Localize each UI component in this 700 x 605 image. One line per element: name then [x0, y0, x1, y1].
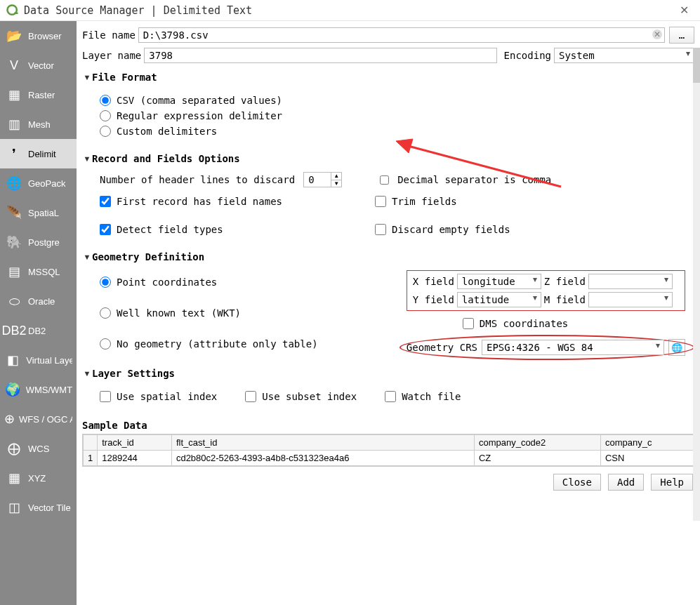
sidebar-item-label: WMS/WMTS — [26, 385, 72, 395]
globe-icon: 🌐 — [671, 343, 682, 353]
crs-select[interactable]: EPSG:4326 - WGS 84 — [482, 340, 664, 355]
sidebar-item-virtual-layer[interactable]: ◧Virtual Layer — [0, 345, 77, 375]
sidebar-item-label: Postgre — [28, 237, 60, 248]
add-button[interactable]: Add — [608, 474, 644, 491]
sidebar-item-postgre[interactable]: 🐘Postgre — [0, 227, 77, 257]
watch-file-check[interactable] — [385, 391, 396, 402]
sample-data-title: Sample Data — [82, 417, 694, 434]
dms-check[interactable] — [463, 318, 474, 329]
sidebar-item-mssql[interactable]: ▤MSSQL — [0, 257, 77, 286]
trim-check[interactable] — [375, 196, 386, 207]
discard-empty-label: Discard empty fields — [392, 224, 510, 235]
collapse-toggle-icon[interactable]: ▼ — [82, 73, 92, 81]
sidebar-item-browser[interactable]: 📂Browser — [0, 21, 77, 51]
spatial-index-check[interactable] — [100, 391, 111, 402]
custom-radio[interactable] — [100, 126, 111, 137]
nogeo-radio[interactable] — [100, 338, 111, 350]
zfield-label: Z field — [544, 276, 586, 287]
crs-picker-button[interactable]: 🌐 — [668, 339, 685, 356]
regex-radio[interactable] — [100, 110, 111, 121]
sidebar-item-label: Virtual Layer — [26, 355, 72, 366]
column-header[interactable]: track_id — [98, 435, 172, 451]
zfield-select[interactable] — [588, 274, 673, 289]
source-type-icon: 📂 — [4, 26, 24, 46]
sidebar-item-label: GeoPack — [28, 178, 65, 189]
yfield-select[interactable]: latitude — [457, 292, 541, 307]
source-type-icon: 🐘 — [4, 232, 24, 252]
source-type-icon: ⊕ — [4, 409, 15, 429]
first-record-check[interactable] — [100, 196, 111, 207]
sidebar-item-raster[interactable]: ▦Raster — [0, 80, 77, 109]
yfield-label: Y field — [413, 294, 454, 305]
discard-lines-spinner[interactable]: ▲▼ — [331, 172, 342, 187]
sidebar-item-vector[interactable]: VVector — [0, 51, 77, 80]
csv-radio[interactable] — [100, 95, 111, 106]
sample-data-table[interactable]: track_idflt_cast_idcompany_code2company_… — [82, 434, 694, 467]
sidebar-item-label: Browser — [28, 31, 62, 41]
sidebar-item-wfs-ogc-api-feature[interactable]: ⊕WFS / OGC API - Feature — [0, 404, 77, 434]
collapse-toggle-icon[interactable]: ▼ — [82, 253, 92, 261]
decimal-comma-check[interactable] — [380, 175, 389, 185]
sidebar-item-wms-wmts[interactable]: 🌍WMS/WMTS — [0, 375, 77, 404]
sidebar-item-label: XYZ — [28, 473, 46, 484]
source-type-icon: ▦ — [4, 85, 24, 105]
layer-name-input[interactable] — [144, 48, 496, 63]
point-radio[interactable] — [100, 277, 111, 288]
browse-file-button[interactable]: … — [669, 27, 694, 44]
discard-empty-check[interactable] — [375, 224, 386, 235]
discard-lines-input[interactable] — [303, 172, 331, 187]
xyz-fields-highlight: X field longitude Z field Y field latitu… — [407, 270, 685, 311]
sidebar-item-label: Vector — [28, 60, 54, 71]
sidebar-item-mesh[interactable]: ▥Mesh — [0, 109, 77, 139]
dms-label: DMS coordinates — [480, 318, 568, 329]
decimal-comma-label: Decimal separator is comma — [397, 174, 551, 185]
wkt-radio[interactable] — [100, 307, 111, 319]
close-window-button[interactable]: ✕ — [673, 4, 694, 17]
source-type-icon: DB2 — [4, 321, 24, 340]
wkt-radio-label: Well known text (WKT) — [117, 307, 241, 319]
detect-check[interactable] — [100, 224, 111, 235]
collapse-toggle-icon[interactable]: ▼ — [82, 154, 92, 163]
geometry-title: Geometry Definition — [92, 251, 204, 262]
table-cell: CZ — [474, 451, 600, 466]
source-type-icon: V — [4, 55, 24, 75]
mfield-label: M field — [544, 294, 586, 305]
help-button[interactable]: Help — [651, 474, 693, 491]
file-name-label: File name — [82, 29, 136, 41]
sidebar-item-delimit[interactable]: ❜Delimit — [0, 139, 77, 168]
table-cell: CSN — [600, 451, 693, 466]
mfield-select[interactable] — [588, 292, 673, 307]
sidebar-item-label: DB2 — [28, 326, 46, 336]
close-button[interactable]: Close — [553, 474, 601, 491]
regex-radio-label: Regular expression delimiter — [117, 110, 282, 121]
encoding-select[interactable]: System — [554, 48, 694, 63]
xfield-select[interactable]: longitude — [457, 274, 541, 289]
clear-filename-icon[interactable]: ✕ — [652, 29, 662, 39]
sidebar-item-vector-tile[interactable]: ◫Vector Tile — [0, 493, 77, 522]
file-format-title: File Format — [92, 72, 157, 83]
sidebar-item-label: MSSQL — [28, 267, 60, 277]
nogeo-radio-label: No geometry (attribute only table) — [117, 338, 318, 350]
svg-rect-1 — [15, 12, 18, 14]
sidebar-item-label: Delimit — [28, 149, 56, 159]
sidebar-item-spatial[interactable]: 🪶SpatiaL — [0, 198, 77, 227]
column-header[interactable]: flt_cast_id — [171, 435, 474, 451]
column-header[interactable]: company_c — [600, 435, 693, 451]
first-record-label: First record has field names — [117, 196, 282, 207]
column-header[interactable]: company_code2 — [474, 435, 600, 451]
subset-index-check[interactable] — [245, 391, 256, 402]
sidebar-item-oracle[interactable]: ⬭Oracle — [0, 286, 77, 316]
row-number: 1 — [84, 451, 98, 466]
qgis-logo-icon — [6, 4, 20, 18]
subset-index-label: Use subset index — [262, 391, 357, 402]
sidebar-item-wcs[interactable]: ⨁WCS — [0, 434, 77, 463]
file-name-input[interactable] — [138, 27, 665, 43]
collapse-toggle-icon[interactable]: ▼ — [82, 369, 92, 378]
sidebar-item-xyz[interactable]: ▦XYZ — [0, 463, 77, 493]
sidebar-item-geopack[interactable]: 🌐GeoPack — [0, 168, 77, 198]
point-radio-label: Point coordinates — [117, 277, 217, 288]
sidebar-item-db2[interactable]: DB2DB2 — [0, 316, 77, 345]
source-type-icon: 🌍 — [4, 380, 22, 399]
vertical-scrollbar[interactable] — [693, 48, 700, 521]
source-type-icon: 🌐 — [4, 173, 24, 193]
